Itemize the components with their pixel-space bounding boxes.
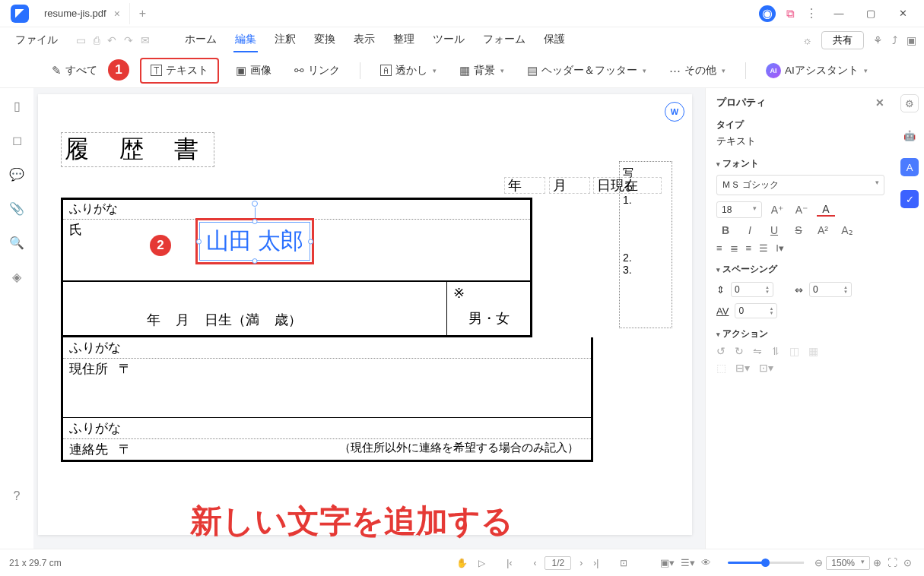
translate-icon[interactable]: A — [900, 158, 919, 176]
shi-label[interactable]: 氏 — [63, 220, 104, 280]
hand-tool-icon[interactable]: ✋ — [454, 558, 470, 568]
notification-icon[interactable]: ⧉ — [786, 7, 795, 21]
underline-button[interactable]: U — [765, 224, 783, 236]
open-icon[interactable]: ▭ — [76, 34, 86, 46]
read-mode-icon[interactable]: 👁 — [701, 557, 711, 568]
align-left-icon[interactable]: ≡ — [716, 242, 722, 254]
rotate-left-icon[interactable]: ↺ — [716, 345, 726, 357]
text-direction-icon[interactable]: I▾ — [776, 242, 784, 254]
page-number-input[interactable]: 1/2 — [545, 556, 571, 570]
settings-icon[interactable]: ▣ — [907, 34, 916, 46]
upload-icon[interactable]: ⤴ — [892, 34, 897, 46]
furigana-label-3[interactable]: ふりがな — [63, 418, 591, 439]
text-tool-button[interactable]: 🅃 テキスト — [140, 58, 219, 84]
contact-row[interactable]: 連絡先 〒 （現住所以外に連絡を希望する場合のみ記入） — [63, 439, 591, 460]
header-footer-button[interactable]: ▤ ヘッダー＆フッター▾ — [521, 60, 653, 81]
action-section-label[interactable]: アクション — [716, 328, 884, 340]
export-word-badge[interactable]: W — [665, 102, 684, 122]
subscript-button[interactable]: A₂ — [838, 224, 856, 236]
last-page-icon[interactable]: ›| — [591, 558, 601, 568]
tab-convert[interactable]: 変換 — [313, 28, 337, 52]
tab-close-icon[interactable]: × — [114, 8, 120, 20]
print-icon[interactable]: ⎙ — [94, 34, 100, 46]
app-logo[interactable] — [11, 5, 29, 23]
document-tab[interactable]: resume-jis.pdf × — [35, 3, 130, 24]
align-center-icon[interactable]: ≣ — [730, 242, 738, 254]
furigana-label-1[interactable]: ふりがな — [63, 200, 124, 219]
close-panel-icon[interactable]: ✕ — [875, 97, 884, 109]
new-tab-button[interactable]: + — [130, 7, 155, 21]
image-tool-button[interactable]: ▣ 画像 — [230, 60, 278, 81]
other-button[interactable]: ⋯ その他▾ — [663, 60, 732, 81]
font-size-select[interactable]: 18▾ — [716, 201, 762, 218]
watermark-button[interactable]: 🄰 透かし▾ — [374, 60, 443, 81]
minimize-button[interactable]: — — [828, 3, 849, 24]
undo-icon[interactable]: ↶ — [107, 34, 116, 46]
ai-chat-icon[interactable]: 🤖 — [900, 126, 919, 144]
lightbulb-icon[interactable]: ☼ — [802, 34, 812, 46]
prev-page-icon[interactable]: ‹ — [531, 558, 538, 568]
redo-icon[interactable]: ↷ — [124, 34, 133, 46]
kerning-input[interactable]: 0▲▼ — [735, 303, 777, 318]
search-icon[interactable]: 🔍 — [9, 236, 24, 250]
strike-button[interactable]: S — [789, 224, 808, 236]
background-button[interactable]: ▦ 背景▾ — [453, 60, 510, 81]
link-tool-button[interactable]: ⚯ リンク — [288, 60, 346, 81]
account-icon[interactable]: ◉ — [759, 5, 776, 22]
panel-toggle-icon[interactable]: ⚙ — [900, 94, 919, 112]
kebab-menu-icon[interactable]: ⋮ — [805, 6, 818, 21]
fullscreen-icon[interactable]: ⛶ — [887, 557, 897, 568]
tab-tools[interactable]: ツール — [431, 28, 466, 52]
tab-home[interactable]: ホーム — [183, 28, 218, 52]
resize-handle-left[interactable] — [196, 239, 202, 244]
rotate-right-icon[interactable]: ↻ — [735, 345, 744, 357]
help-icon[interactable]: ? — [14, 489, 21, 503]
name-input-text[interactable]: 山田 太郎 — [199, 222, 310, 261]
line-spacing-input[interactable]: 0▲▼ — [731, 282, 773, 297]
replace-icon[interactable]: ▦ — [808, 345, 818, 357]
tab-edit[interactable]: 編集 — [233, 28, 258, 52]
font-family-select[interactable]: ＭＳ ゴシック▾ — [716, 175, 884, 195]
resize-handle-bottom[interactable] — [252, 258, 258, 264]
zoom-level-select[interactable]: 150%▾ — [826, 556, 870, 570]
gender-cell[interactable]: ※ 男・女 — [446, 282, 530, 335]
flip-v-icon[interactable]: ⥮ — [771, 345, 780, 357]
view-mode-icon[interactable]: ☰▾ — [681, 557, 695, 568]
spacing-section-label[interactable]: スペーシング — [716, 263, 884, 276]
next-page-icon[interactable]: › — [577, 558, 585, 568]
furigana-label-2[interactable]: ふりがな — [63, 337, 591, 359]
align-justify-icon[interactable]: ☰ — [759, 242, 768, 254]
save-icon[interactable]: ✉ — [141, 34, 150, 46]
file-menu[interactable]: ファイル — [8, 30, 65, 50]
superscript-button[interactable]: A² — [814, 224, 832, 236]
char-spacing-input[interactable]: 0▲▼ — [809, 282, 852, 297]
address-row[interactable]: 現住所 〒 — [63, 359, 591, 418]
align-objects-icon[interactable]: ⊟▾ — [735, 362, 750, 374]
extract-icon[interactable]: ⬚ — [716, 362, 726, 374]
first-page-icon[interactable]: |‹ — [504, 558, 514, 568]
italic-button[interactable]: I — [741, 224, 759, 236]
fit-width-icon[interactable]: ⊡ — [618, 558, 630, 568]
share-button[interactable]: 共有 — [821, 31, 864, 49]
font-section-label[interactable]: フォント — [716, 157, 884, 170]
select-tool-icon[interactable]: ▷ — [476, 558, 487, 568]
bold-button[interactable]: B — [716, 224, 735, 236]
tab-form[interactable]: フォーム — [481, 28, 527, 52]
zoom-in-icon[interactable]: ⊕ — [873, 557, 881, 568]
selected-text-box[interactable]: 山田 太郎 — [195, 218, 314, 264]
tab-annotate[interactable]: 注釈 — [273, 28, 297, 52]
thumbnails-icon[interactable]: ▯ — [14, 99, 21, 113]
zoom-slider[interactable] — [728, 562, 804, 564]
decrease-size-icon[interactable]: A⁻ — [792, 204, 811, 216]
comments-icon[interactable]: 💬 — [9, 167, 24, 182]
ai-assistant-button[interactable]: AI AIアシスタント▾ — [760, 59, 874, 82]
maximize-button[interactable]: ▢ — [860, 3, 881, 24]
cloud-share-icon[interactable]: ⚘ — [873, 34, 883, 46]
crop-icon[interactable]: ◫ — [789, 345, 799, 357]
bookmarks-icon[interactable]: ◻ — [12, 133, 22, 147]
layers-icon[interactable]: ◈ — [12, 270, 21, 284]
document-title[interactable]: 履 歴 書 — [61, 132, 214, 167]
all-edit-button[interactable]: ✎ すべて — [46, 60, 103, 81]
attachments-icon[interactable]: 📎 — [9, 201, 24, 216]
resize-handle-top[interactable] — [252, 219, 258, 224]
